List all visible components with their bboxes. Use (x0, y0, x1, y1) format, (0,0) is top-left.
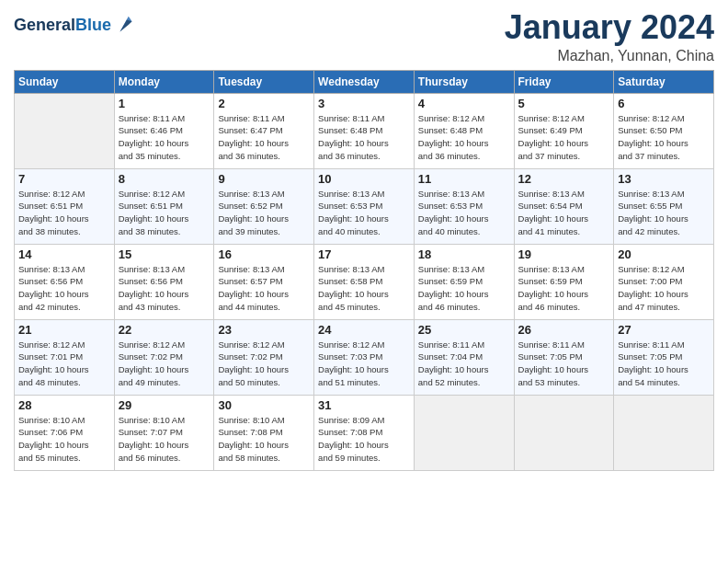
day-info: Sunrise: 8:12 AMSunset: 6:51 PMDaylight:… (18, 188, 110, 238)
day-number: 13 (618, 172, 710, 186)
day-info: Sunrise: 8:13 AMSunset: 6:59 PMDaylight:… (518, 263, 610, 314)
col-sunday: Sunday (15, 70, 115, 93)
day-info: Sunrise: 8:13 AMSunset: 6:57 PMDaylight:… (218, 263, 310, 314)
week-row-4: 21Sunrise: 8:12 AMSunset: 7:01 PMDayligh… (15, 319, 714, 395)
week-row-3: 14Sunrise: 8:13 AMSunset: 6:56 PMDayligh… (15, 244, 714, 319)
day-number: 8 (119, 172, 210, 186)
svg-marker-1 (120, 19, 132, 31)
day-info: Sunrise: 8:12 AMSunset: 7:00 PMDaylight:… (618, 263, 710, 314)
day-number: 21 (18, 323, 110, 337)
col-friday: Friday (514, 70, 614, 93)
day-info: Sunrise: 8:11 AMSunset: 7:05 PMDaylight:… (518, 339, 610, 389)
day-number: 17 (318, 247, 410, 261)
header-row: Sunday Monday Tuesday Wednesday Thursday… (15, 70, 714, 93)
day-number: 30 (218, 398, 310, 412)
day-info: Sunrise: 8:13 AMSunset: 6:56 PMDaylight:… (119, 263, 210, 314)
day-cell: 17Sunrise: 8:13 AMSunset: 6:58 PMDayligh… (314, 244, 415, 319)
day-info: Sunrise: 8:11 AMSunset: 6:46 PMDaylight:… (119, 112, 210, 163)
day-number: 23 (218, 323, 310, 337)
day-cell: 4Sunrise: 8:12 AMSunset: 6:48 PMDaylight… (414, 93, 514, 168)
day-cell: 9Sunrise: 8:13 AMSunset: 6:52 PMDaylight… (214, 168, 314, 244)
day-number: 26 (518, 323, 610, 337)
day-cell: 3Sunrise: 8:11 AMSunset: 6:48 PMDaylight… (314, 93, 415, 168)
day-cell: 26Sunrise: 8:11 AMSunset: 7:05 PMDayligh… (514, 319, 614, 395)
week-row-1: 1Sunrise: 8:11 AMSunset: 6:46 PMDaylight… (15, 93, 714, 168)
week-row-5: 28Sunrise: 8:10 AMSunset: 7:06 PMDayligh… (15, 395, 714, 470)
day-number: 29 (119, 398, 210, 412)
day-number: 28 (18, 398, 110, 412)
day-cell: 7Sunrise: 8:12 AMSunset: 6:51 PMDaylight… (15, 168, 115, 244)
day-info: Sunrise: 8:13 AMSunset: 6:59 PMDaylight:… (418, 263, 510, 314)
day-number: 5 (518, 97, 610, 110)
day-info: Sunrise: 8:11 AMSunset: 7:04 PMDaylight:… (418, 339, 510, 389)
day-cell: 19Sunrise: 8:13 AMSunset: 6:59 PMDayligh… (514, 244, 614, 319)
day-info: Sunrise: 8:13 AMSunset: 6:55 PMDaylight:… (618, 188, 710, 238)
day-number: 31 (318, 398, 410, 412)
logo-icon (113, 13, 139, 39)
day-info: Sunrise: 8:12 AMSunset: 7:03 PMDaylight:… (318, 339, 410, 389)
day-number: 14 (18, 247, 110, 261)
month-title: January 2024 (505, 9, 714, 46)
day-info: Sunrise: 8:12 AMSunset: 6:50 PMDaylight:… (618, 112, 710, 163)
col-monday: Monday (114, 70, 214, 93)
day-number: 16 (218, 247, 310, 261)
day-number: 24 (318, 323, 410, 337)
day-number: 6 (618, 97, 710, 110)
day-cell: 12Sunrise: 8:13 AMSunset: 6:54 PMDayligh… (514, 168, 614, 244)
day-number: 4 (418, 97, 510, 110)
day-info: Sunrise: 8:12 AMSunset: 6:49 PMDaylight:… (518, 112, 610, 163)
day-cell: 14Sunrise: 8:13 AMSunset: 6:56 PMDayligh… (15, 244, 115, 319)
week-row-2: 7Sunrise: 8:12 AMSunset: 6:51 PMDaylight… (15, 168, 714, 244)
day-cell: 20Sunrise: 8:12 AMSunset: 7:00 PMDayligh… (614, 244, 714, 319)
day-cell: 29Sunrise: 8:10 AMSunset: 7:07 PMDayligh… (114, 395, 214, 470)
day-cell (614, 395, 714, 470)
day-cell: 2Sunrise: 8:11 AMSunset: 6:47 PMDaylight… (214, 93, 314, 168)
day-info: Sunrise: 8:12 AMSunset: 6:48 PMDaylight:… (418, 112, 510, 163)
day-number: 11 (418, 172, 510, 186)
day-info: Sunrise: 8:13 AMSunset: 6:53 PMDaylight:… (418, 188, 510, 238)
col-tuesday: Tuesday (214, 70, 314, 93)
day-info: Sunrise: 8:10 AMSunset: 7:06 PMDaylight:… (18, 414, 110, 465)
day-cell: 10Sunrise: 8:13 AMSunset: 6:53 PMDayligh… (314, 168, 415, 244)
day-number: 19 (518, 247, 610, 261)
day-number: 12 (518, 172, 610, 186)
calendar-table: Sunday Monday Tuesday Wednesday Thursday… (14, 70, 714, 471)
day-info: Sunrise: 8:12 AMSunset: 7:02 PMDaylight:… (218, 339, 310, 389)
day-info: Sunrise: 8:11 AMSunset: 6:47 PMDaylight:… (218, 112, 310, 163)
day-info: Sunrise: 8:10 AMSunset: 7:08 PMDaylight:… (218, 414, 310, 465)
day-cell: 15Sunrise: 8:13 AMSunset: 6:56 PMDayligh… (114, 244, 214, 319)
day-info: Sunrise: 8:11 AMSunset: 6:48 PMDaylight:… (318, 112, 410, 163)
day-number: 1 (119, 97, 210, 110)
day-number: 2 (218, 97, 310, 110)
day-cell: 11Sunrise: 8:13 AMSunset: 6:53 PMDayligh… (414, 168, 514, 244)
day-cell: 31Sunrise: 8:09 AMSunset: 7:08 PMDayligh… (314, 395, 415, 470)
day-info: Sunrise: 8:13 AMSunset: 6:58 PMDaylight:… (318, 263, 410, 314)
logo: GeneralBlue (14, 13, 139, 39)
day-info: Sunrise: 8:13 AMSunset: 6:53 PMDaylight:… (318, 188, 410, 238)
col-wednesday: Wednesday (314, 70, 415, 93)
day-info: Sunrise: 8:09 AMSunset: 7:08 PMDaylight:… (318, 414, 410, 465)
day-info: Sunrise: 8:12 AMSunset: 7:01 PMDaylight:… (18, 339, 110, 389)
col-saturday: Saturday (614, 70, 714, 93)
day-cell (15, 93, 115, 168)
col-thursday: Thursday (414, 70, 514, 93)
day-number: 20 (618, 247, 710, 261)
day-info: Sunrise: 8:12 AMSunset: 7:02 PMDaylight:… (119, 339, 210, 389)
main-container: GeneralBlue January 2024 Mazhan, Yunnan,… (0, 0, 728, 480)
day-cell: 28Sunrise: 8:10 AMSunset: 7:06 PMDayligh… (15, 395, 115, 470)
day-info: Sunrise: 8:11 AMSunset: 7:05 PMDaylight:… (618, 339, 710, 389)
day-cell (414, 395, 514, 470)
logo-text: GeneralBlue (14, 17, 111, 35)
day-cell: 18Sunrise: 8:13 AMSunset: 6:59 PMDayligh… (414, 244, 514, 319)
header: GeneralBlue January 2024 Mazhan, Yunnan,… (14, 9, 714, 64)
day-cell: 30Sunrise: 8:10 AMSunset: 7:08 PMDayligh… (214, 395, 314, 470)
day-cell: 13Sunrise: 8:13 AMSunset: 6:55 PMDayligh… (614, 168, 714, 244)
day-info: Sunrise: 8:10 AMSunset: 7:07 PMDaylight:… (119, 414, 210, 465)
day-cell: 5Sunrise: 8:12 AMSunset: 6:49 PMDaylight… (514, 93, 614, 168)
day-info: Sunrise: 8:13 AMSunset: 6:54 PMDaylight:… (518, 188, 610, 238)
day-cell: 24Sunrise: 8:12 AMSunset: 7:03 PMDayligh… (314, 319, 415, 395)
day-cell: 6Sunrise: 8:12 AMSunset: 6:50 PMDaylight… (614, 93, 714, 168)
day-cell: 1Sunrise: 8:11 AMSunset: 6:46 PMDaylight… (114, 93, 214, 168)
day-number: 25 (418, 323, 510, 337)
day-number: 7 (18, 172, 110, 186)
